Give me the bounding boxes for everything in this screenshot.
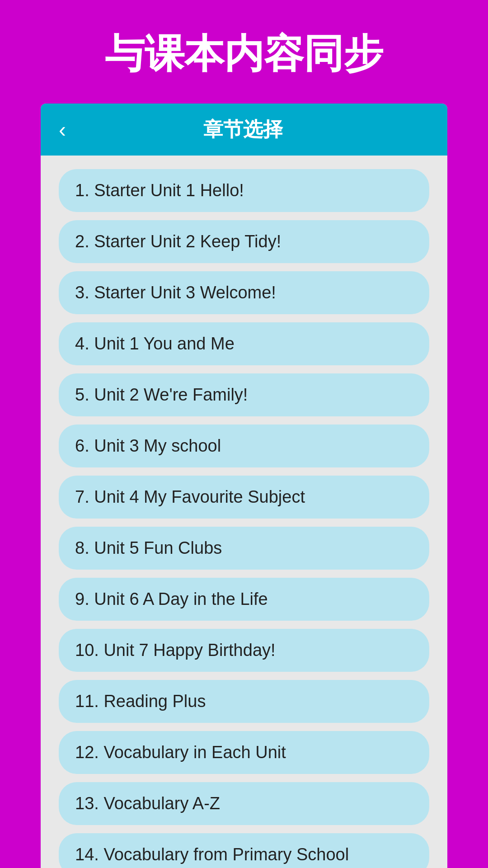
card-header: ‹ 章节选择 <box>41 104 447 156</box>
list-item[interactable]: 13. Vocabulary A-Z <box>59 782 429 825</box>
page-title: 与课本内容同步 <box>0 0 488 104</box>
list-item[interactable]: 6. Unit 3 My school <box>59 425 429 467</box>
list-item[interactable]: 9. Unit 6 A Day in the Life <box>59 578 429 621</box>
list-item[interactable]: 4. Unit 1 You and Me <box>59 322 429 365</box>
list-item[interactable]: 10. Unit 7 Happy Birthday! <box>59 629 429 672</box>
card-header-title: 章节选择 <box>75 116 411 143</box>
list-item[interactable]: 11. Reading Plus <box>59 680 429 723</box>
list-item[interactable]: 12. Vocabulary in Each Unit <box>59 731 429 774</box>
list-item[interactable]: 5. Unit 2 We're Family! <box>59 373 429 416</box>
list-item[interactable]: 8. Unit 5 Fun Clubs <box>59 527 429 570</box>
list-item[interactable]: 7. Unit 4 My Favourite Subject <box>59 476 429 519</box>
back-button[interactable]: ‹ <box>59 119 66 141</box>
list-item[interactable]: 2. Starter Unit 2 Keep Tidy! <box>59 220 429 263</box>
chapter-list: 1. Starter Unit 1 Hello!2. Starter Unit … <box>41 156 447 868</box>
list-item[interactable]: 14. Vocabulary from Primary School <box>59 833 429 868</box>
list-item[interactable]: 1. Starter Unit 1 Hello! <box>59 169 429 212</box>
chapter-card: ‹ 章节选择 1. Starter Unit 1 Hello!2. Starte… <box>41 104 447 868</box>
list-item[interactable]: 3. Starter Unit 3 Welcome! <box>59 271 429 314</box>
